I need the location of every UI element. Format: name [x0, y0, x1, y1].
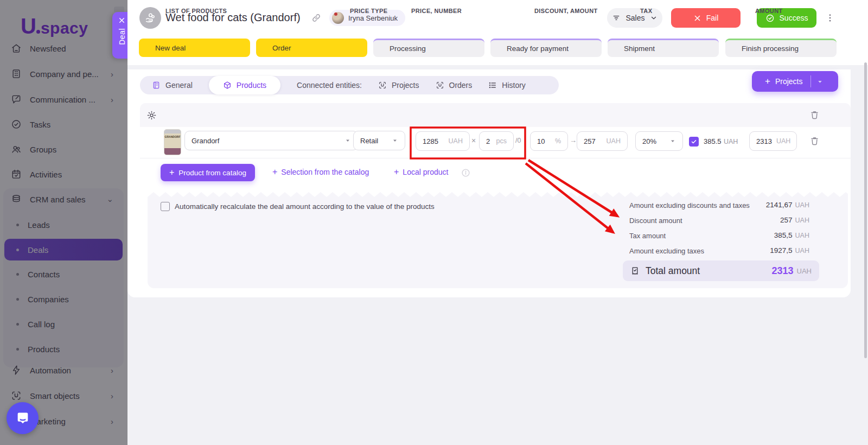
document-icon: [152, 81, 161, 90]
add-projects-label: Projects: [775, 77, 803, 86]
product-select[interactable]: Grandorf: [184, 131, 358, 150]
tax-rate-select[interactable]: 20%: [635, 131, 683, 151]
summary-amount: 385,5: [774, 231, 793, 239]
zigzag-edge: [148, 192, 848, 197]
plus-icon: +: [394, 167, 399, 177]
amount-input[interactable]: 2313 UAH: [749, 131, 797, 151]
stock-suffix: /0: [515, 137, 521, 144]
stage-ready-for-payment[interactable]: Ready for payment: [490, 39, 602, 57]
stage-label: Order: [272, 44, 291, 52]
total-amount-currency: UAH: [797, 267, 812, 275]
plus-icon: +: [169, 168, 174, 177]
summary-label: Amount excluding discounts and taxes: [629, 201, 750, 209]
deal-tabs: General Products Connected entities: Pro…: [140, 76, 559, 94]
funnel-select-button[interactable]: Sales: [607, 8, 662, 28]
price-input[interactable]: 1285 UAH: [416, 131, 470, 151]
stage-label: Shipment: [624, 44, 655, 53]
total-amount-label: Total amount: [646, 265, 700, 277]
owner-name: Iryna Serbeniuk: [348, 14, 398, 22]
col-list-of-products: LIST OF PRODUCTS: [165, 8, 227, 14]
total-amount-value: 2313: [772, 265, 794, 277]
check-icon: [691, 138, 697, 145]
price-type-value: Retail: [360, 137, 378, 145]
more-menu-icon[interactable]: [825, 13, 835, 23]
summary-currency: UAH: [795, 201, 809, 209]
row-trash-icon[interactable]: [809, 136, 820, 146]
scrollbar[interactable]: [864, 62, 867, 358]
chat-widget-button[interactable]: [7, 402, 39, 434]
amount-value: 2313: [756, 137, 772, 145]
receipt-check-icon: [630, 266, 640, 276]
arrow-right-glyph: →: [570, 136, 577, 144]
gear-icon[interactable]: [146, 110, 157, 120]
summary-currency: UAH: [795, 247, 809, 255]
times-glyph: ×: [471, 136, 476, 145]
stage-finish-processing[interactable]: Finish processing: [725, 39, 837, 57]
fail-button[interactable]: Fail: [671, 8, 741, 28]
product-thumbnail: GRANDORF: [164, 129, 181, 155]
price-type-select[interactable]: Retail: [353, 131, 405, 150]
summary-currency: UAH: [795, 232, 809, 239]
hand-coins-icon: [144, 12, 156, 24]
smart-object-icon: [378, 81, 387, 90]
button-divider: [810, 75, 811, 87]
close-icon[interactable]: [118, 17, 125, 24]
chevron-down-icon: [669, 138, 676, 144]
col-discount-amount: DISCOUNT, AMOUNT: [534, 8, 598, 14]
recalculate-checkbox[interactable]: [161, 202, 170, 211]
col-amount: AMOUNT: [755, 8, 783, 14]
plus-icon: +: [272, 167, 277, 177]
product-from-catalog-button[interactable]: + Product from catalog: [161, 164, 255, 181]
tab-projects[interactable]: Projects: [378, 81, 419, 90]
summary-label: Amount excluding taxes: [629, 247, 704, 255]
tab-orders[interactable]: Orders: [436, 81, 473, 90]
products-table-header: [140, 103, 851, 127]
summary-amount: 1927,5: [770, 246, 792, 255]
local-product-button[interactable]: + Local product: [394, 167, 448, 177]
chat-icon: [15, 411, 30, 426]
add-projects-button[interactable]: + Projects: [752, 71, 838, 92]
quantity-value: 2: [486, 137, 490, 145]
summary-label: Tax amount: [629, 232, 666, 240]
price-unit: UAH: [449, 137, 463, 145]
col-price-type: PRICE TYPE: [350, 8, 387, 14]
chevron-down-icon[interactable]: [816, 78, 824, 85]
cube-icon: [223, 81, 232, 90]
link-icon[interactable]: [311, 13, 321, 23]
list-icon: [488, 81, 497, 90]
product-select-value: Grandorf: [192, 137, 219, 145]
chevron-down-icon: [344, 137, 351, 144]
recalculate-label: Automatically recalculate the deal amoun…: [175, 202, 435, 211]
summary-amount: 2141,67: [766, 201, 793, 209]
stage-label: Processing: [390, 44, 426, 53]
discount-percent-input[interactable]: 10 %: [530, 131, 568, 151]
discount-amount-value: 257: [584, 137, 596, 145]
discount-amount-unit: UAH: [607, 137, 621, 145]
summary-value: 385,5 UAH: [774, 231, 809, 239]
owner-avatar: [332, 12, 344, 24]
discount-amount-input[interactable]: 257 UAH: [577, 131, 628, 151]
stage-label: Ready for payment: [507, 44, 569, 53]
deal-tab-label: Deal: [118, 28, 126, 45]
tax-rate-value: 20%: [642, 137, 656, 145]
quantity-input[interactable]: 2 pcs: [479, 131, 514, 151]
trash-icon[interactable]: [809, 110, 820, 120]
tax-included-checkbox[interactable]: [689, 137, 699, 147]
stage-order[interactable]: Order: [256, 39, 367, 57]
summary-value: 2141,67 UAH: [766, 201, 809, 209]
summary-value: 257 UAH: [780, 216, 809, 224]
info-icon[interactable]: [461, 168, 470, 177]
tab-general[interactable]: General: [152, 81, 193, 90]
tab-label: Orders: [449, 81, 473, 90]
app-screen: U spacy Newsfeed Company and pe... › Com…: [0, 0, 868, 445]
funnel-label: Sales: [626, 14, 644, 22]
stage-processing[interactable]: Processing: [373, 39, 484, 57]
stage-shipment[interactable]: Shipment: [608, 39, 719, 57]
quantity-unit: pcs: [496, 137, 507, 145]
tab-products-active[interactable]: Products: [209, 76, 280, 94]
stage-label: Finish processing: [742, 44, 799, 53]
tab-label: History: [502, 81, 526, 90]
tab-history[interactable]: History: [488, 81, 526, 90]
selection-from-catalog-button[interactable]: + Selection from the catalog: [272, 167, 369, 177]
stage-new-deal[interactable]: New deal: [139, 39, 250, 57]
